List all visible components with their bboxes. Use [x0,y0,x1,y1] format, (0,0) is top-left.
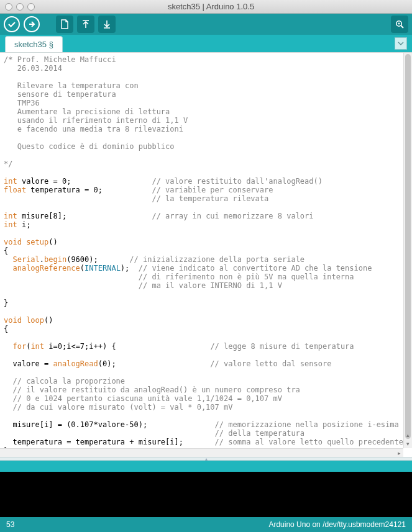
check-icon [7,20,16,29]
console-output[interactable] [0,472,412,517]
arrow-down-icon [103,19,111,29]
tab-menu-button[interactable] [395,37,407,50]
file-icon [60,19,69,29]
window-zoom-button[interactable] [27,3,35,11]
svg-point-1 [398,23,400,25]
save-button[interactable] [98,16,116,33]
upload-button[interactable] [24,16,40,32]
tab-sketch35[interactable]: sketch35 § [5,36,63,52]
serial-monitor-button[interactable] [391,16,408,33]
verify-button[interactable] [4,16,20,32]
scroll-down-arrow-icon[interactable]: ▾ [404,440,412,448]
tab-label: sketch35 § [14,40,53,49]
code-text[interactable]: /* Prof. Michele Maffucci 26.03.2014 Ril… [0,53,412,457]
new-button[interactable] [56,16,73,33]
window-minimize-button[interactable] [16,3,24,11]
toolbar [0,14,412,35]
scrollbar-thumb[interactable] [405,54,411,439]
status-bar: 53 Arduino Uno on /dev/tty.usbmodem24121 [0,517,412,532]
status-board-port: Arduino Uno on /dev/tty.usbmodem24121 [268,520,406,529]
horizontal-scrollbar[interactable]: ▸ [0,448,403,457]
window-close-button[interactable] [5,3,12,11]
magnifier-icon [395,19,405,29]
code-editor[interactable]: /* Prof. Michele Maffucci 26.03.2014 Ril… [0,52,412,457]
arrow-right-icon [27,20,36,29]
status-line-number: 53 [6,520,14,529]
vertical-scrollbar[interactable]: ▴ ▾ [403,53,412,448]
open-button[interactable] [77,16,94,33]
arrow-up-icon [81,19,90,29]
scroll-right-arrow-icon[interactable]: ▸ [395,449,403,457]
message-bar [0,461,412,472]
tab-bar: sketch35 § [0,35,412,52]
scroll-up-arrow-icon[interactable]: ▴ [404,431,412,440]
window-titlebar: sketch35 | Arduino 1.0.5 [0,0,412,14]
window-title: sketch35 | Arduino 1.0.5 [5,2,412,11]
chevron-down-icon [398,42,404,45]
